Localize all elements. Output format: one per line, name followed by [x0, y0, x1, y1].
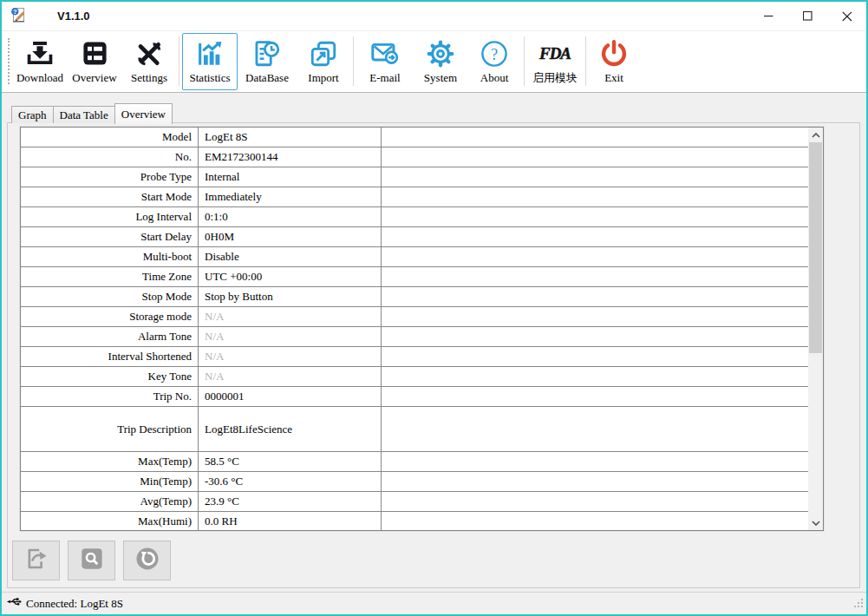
table-row: Time ZoneUTC +00:00 — [21, 267, 808, 287]
toolbar-overview-button[interactable]: Overview — [67, 33, 122, 90]
toolbar-label: 启用模块 — [532, 71, 578, 84]
toolbar-email-button[interactable]: E-mail — [356, 33, 414, 90]
table-row: Stop ModeStop by Button — [21, 287, 808, 307]
scrollbar-thumb[interactable] — [809, 142, 822, 353]
search-button[interactable] — [68, 541, 115, 580]
main-toolbar: Download Overview — [2, 31, 866, 93]
toolbar-label: About — [480, 71, 509, 84]
table-row: Interval ShortenedN/A — [21, 347, 808, 367]
table-row: Multi-bootDisable — [21, 247, 808, 267]
minimize-button[interactable] — [749, 2, 788, 30]
statistics-icon — [195, 36, 225, 71]
overview-table-container: ModelLogEt 8S No.EM2172300144 Probe Type… — [20, 127, 824, 531]
toolbar-fda-module-button[interactable]: FDA 启用模块 — [527, 33, 583, 90]
tab-strip: Graph Data Table Overview — [11, 103, 172, 123]
about-icon: ? — [480, 36, 509, 71]
scroll-up-icon[interactable] — [808, 128, 823, 142]
toolbar-exit-button[interactable]: Exit — [589, 33, 639, 90]
toolbar-label: DataBase — [245, 71, 289, 84]
import-icon — [309, 36, 338, 71]
connection-status: Connected: LogEt 8S — [26, 597, 123, 611]
toolbar-database-button[interactable]: DataBase — [238, 33, 297, 90]
close-button[interactable] — [827, 2, 866, 30]
scrollbar-track[interactable] — [808, 142, 823, 515]
usb-icon — [6, 596, 22, 611]
toolbar-label: Download — [16, 71, 63, 84]
table-row: Log Interval0:1:0 — [21, 207, 808, 227]
scroll-down-icon[interactable] — [808, 515, 823, 530]
email-icon — [369, 36, 401, 71]
reset-button[interactable] — [123, 541, 171, 580]
toolbar-label: E-mail — [369, 71, 400, 84]
toolbar-label: Import — [308, 71, 338, 84]
maximize-button[interactable] — [788, 2, 827, 30]
toolbar-label: Statistics — [190, 71, 231, 84]
toolbar-separator — [585, 36, 586, 86]
toolbar-system-button[interactable]: System — [414, 33, 467, 90]
table-row: Probe TypeInternal — [21, 167, 808, 187]
toolbar-import-button[interactable]: Import — [297, 33, 350, 90]
table-row: Start ModeImmediately — [21, 187, 808, 207]
table-row: Avg(Temp)23.9 °C — [21, 492, 808, 512]
settings-icon — [134, 36, 164, 71]
content-area: Graph Data Table Overview ModelLogEt 8S … — [2, 93, 866, 592]
vertical-scrollbar[interactable] — [808, 128, 823, 530]
toolbar-label: Settings — [131, 71, 167, 84]
overview-grid: ModelLogEt 8S No.EM2172300144 Probe Type… — [21, 128, 808, 530]
toolbar-grip[interactable] — [8, 38, 10, 84]
table-row: ModelLogEt 8S — [21, 128, 808, 147]
system-icon — [426, 36, 455, 71]
export-button[interactable] — [12, 541, 60, 580]
table-row: Min(Temp)-30.6 °C — [21, 472, 808, 492]
overview-tab-panel: ModelLogEt 8S No.EM2172300144 Probe Type… — [7, 122, 860, 588]
toolbar-label: System — [424, 71, 457, 84]
resize-grip-icon[interactable] — [853, 598, 865, 613]
toolbar-about-button[interactable]: ? About — [467, 33, 521, 90]
export-icon — [23, 546, 49, 575]
toolbar-separator — [179, 36, 179, 86]
toolbar-separator — [524, 36, 525, 86]
download-icon — [25, 36, 55, 71]
window-controls — [749, 2, 866, 30]
toolbar-label: Exit — [604, 71, 623, 84]
app-window: ? V1.1.0 Down — [0, 0, 868, 616]
footer-button-bar — [12, 541, 171, 580]
app-icon: ? — [10, 6, 27, 27]
toolbar-label: Overview — [72, 71, 116, 84]
title-bar: ? V1.1.0 — [2, 2, 866, 31]
tab-graph[interactable]: Graph — [11, 106, 54, 123]
tab-data-table[interactable]: Data Table — [53, 106, 115, 123]
table-row: Trip No.0000001 — [21, 387, 808, 407]
toolbar-separator — [353, 36, 354, 86]
table-row: No.EM2172300144 — [21, 147, 808, 167]
svg-text:?: ? — [13, 8, 17, 16]
overview-table: ModelLogEt 8S No.EM2172300144 Probe Type… — [21, 128, 808, 530]
toolbar-download-button[interactable]: Download — [13, 33, 67, 90]
status-bar: Connected: LogEt 8S — [2, 592, 866, 614]
app-version: V1.1.0 — [57, 10, 90, 23]
svg-text:?: ? — [491, 45, 498, 62]
table-row: Storage modeN/A — [21, 307, 808, 327]
overview-icon — [81, 36, 109, 71]
table-row: Max(Temp)58.5 °C — [21, 452, 808, 472]
table-row: Alarm ToneN/A — [21, 327, 808, 347]
tab-overview[interactable]: Overview — [114, 103, 173, 124]
toolbar-statistics-button[interactable]: Statistics — [182, 33, 238, 90]
toolbar-settings-button[interactable]: Settings — [122, 33, 176, 90]
fda-icon: FDA — [539, 36, 571, 71]
table-row: Trip DescriptionLogEt8LifeScience — [21, 407, 808, 452]
search-icon — [80, 547, 104, 574]
table-row: Max(Humi)0.0 RH — [21, 512, 808, 531]
database-icon — [252, 36, 282, 71]
table-row: Key ToneN/A — [21, 367, 808, 387]
table-row: Start Delay0H0M — [21, 227, 808, 247]
exit-power-icon — [599, 36, 629, 71]
undo-icon — [134, 546, 160, 575]
